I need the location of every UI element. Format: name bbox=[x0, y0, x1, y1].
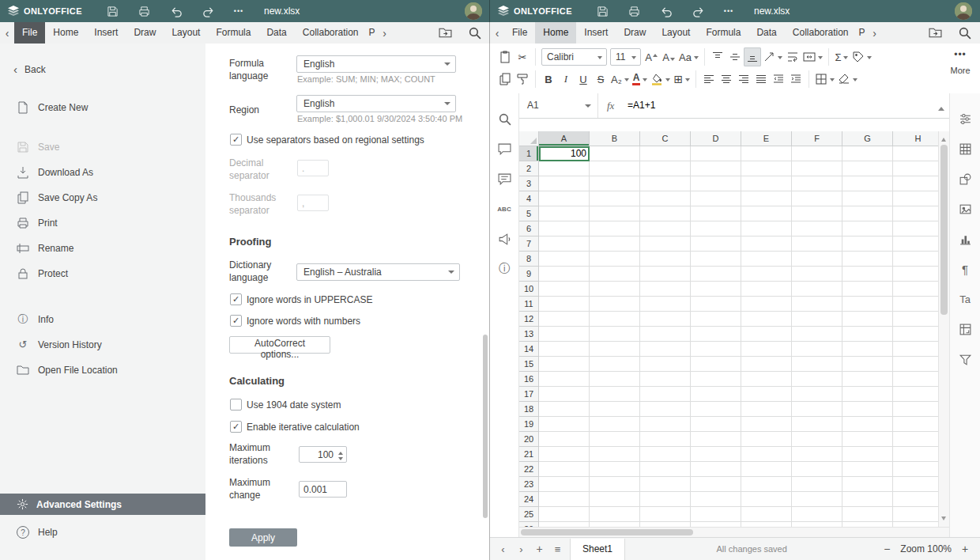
zoom-level[interactable]: Zoom 100% bbox=[900, 543, 952, 554]
spell-checking-button[interactable]: ABC bbox=[490, 194, 518, 224]
cell-F15[interactable] bbox=[792, 357, 842, 372]
align-bottom-button[interactable] bbox=[744, 47, 761, 66]
cell-C22[interactable] bbox=[640, 462, 691, 477]
cell-E9[interactable] bbox=[741, 267, 792, 282]
cell-D10[interactable] bbox=[691, 282, 741, 297]
menu-item-info[interactable]: ⓘInfo bbox=[0, 307, 205, 332]
row-header-1[interactable]: 1 bbox=[519, 146, 539, 161]
cell-H20[interactable] bbox=[893, 432, 944, 447]
cell-C9[interactable] bbox=[640, 267, 691, 282]
cell-G21[interactable] bbox=[842, 447, 893, 462]
column-header-D[interactable]: D bbox=[691, 131, 741, 146]
apply-button[interactable]: Apply bbox=[229, 528, 297, 547]
autocorrect-options-button[interactable]: AutoCorrect options... bbox=[229, 336, 330, 354]
row-header-20[interactable]: 20 bbox=[519, 432, 539, 447]
cell-G23[interactable] bbox=[842, 477, 893, 492]
cell-B16[interactable] bbox=[590, 372, 640, 387]
column-header-F[interactable]: F bbox=[792, 131, 842, 146]
cell-C5[interactable] bbox=[640, 206, 691, 221]
cell-C13[interactable] bbox=[640, 327, 691, 342]
cell-B4[interactable] bbox=[590, 191, 640, 206]
cell-B22[interactable] bbox=[590, 462, 640, 477]
cell-H3[interactable] bbox=[893, 176, 944, 191]
cell-F20[interactable] bbox=[792, 432, 842, 447]
header-more-button[interactable]: ••• bbox=[718, 2, 739, 20]
panel-scrollbar-thumb[interactable] bbox=[483, 335, 488, 518]
cell-G22[interactable] bbox=[842, 462, 893, 477]
cell-A5[interactable] bbox=[539, 206, 590, 221]
menu-item-print[interactable]: Print bbox=[0, 210, 205, 236]
cell-E5[interactable] bbox=[741, 206, 792, 221]
cell-A18[interactable] bbox=[539, 402, 590, 417]
align-top-button[interactable] bbox=[709, 47, 726, 66]
cell-B13[interactable] bbox=[590, 327, 640, 342]
cell-F12[interactable] bbox=[792, 312, 842, 327]
cell-D22[interactable] bbox=[691, 462, 741, 477]
dictionary-language-select[interactable]: English – Australia bbox=[296, 263, 460, 281]
max-change-input[interactable] bbox=[299, 481, 347, 498]
about-button[interactable]: ⓘ bbox=[490, 254, 518, 284]
column-header-G[interactable]: G bbox=[842, 131, 893, 146]
cell-H15[interactable] bbox=[893, 357, 944, 372]
cell-G9[interactable] bbox=[842, 267, 893, 282]
stepper-up-icon[interactable] bbox=[338, 449, 343, 455]
fill-color-button[interactable] bbox=[649, 70, 672, 89]
cell-D12[interactable] bbox=[691, 312, 741, 327]
tabs-scroll-right-icon[interactable]: › bbox=[378, 27, 392, 40]
subscript-button[interactable]: A₂ bbox=[609, 70, 631, 89]
sheet-tab-sheet1[interactable]: Sheet1 bbox=[570, 539, 625, 560]
cell-G24[interactable] bbox=[842, 492, 893, 507]
cell-F14[interactable] bbox=[792, 342, 842, 357]
toolbar-more-button[interactable]: ••• More bbox=[944, 50, 977, 75]
cell-H21[interactable] bbox=[893, 447, 944, 462]
cell-E12[interactable] bbox=[741, 312, 792, 327]
search-button[interactable] bbox=[490, 104, 518, 134]
horizontal-scrollbar-thumb[interactable] bbox=[521, 529, 693, 535]
row-header-23[interactable]: 23 bbox=[519, 477, 539, 492]
menu-item-save-copy-as[interactable]: Save Copy As bbox=[0, 185, 205, 210]
named-ranges-button[interactable] bbox=[850, 47, 873, 66]
paste-button[interactable] bbox=[496, 47, 514, 66]
cell-H14[interactable] bbox=[893, 342, 944, 357]
tab-home[interactable]: Home bbox=[45, 22, 86, 44]
cell-G11[interactable] bbox=[842, 297, 893, 312]
sheet-list-button[interactable]: ≡ bbox=[548, 543, 567, 555]
redo-button[interactable] bbox=[688, 2, 708, 20]
row-header-7[interactable]: 7 bbox=[519, 236, 539, 252]
cell-F13[interactable] bbox=[792, 327, 842, 342]
cell-D19[interactable] bbox=[691, 417, 741, 432]
row-header-9[interactable]: 9 bbox=[519, 267, 539, 282]
cell-G4[interactable] bbox=[842, 191, 893, 206]
cell-D15[interactable] bbox=[691, 357, 741, 372]
cell-D2[interactable] bbox=[691, 161, 741, 176]
underline-button[interactable]: U bbox=[575, 70, 592, 89]
cell-G8[interactable] bbox=[842, 252, 893, 267]
cell-C10[interactable] bbox=[640, 282, 691, 297]
increase-font-button[interactable]: A bbox=[643, 47, 660, 66]
font-color-button[interactable]: A bbox=[631, 70, 650, 89]
cell-D11[interactable] bbox=[691, 297, 741, 312]
tab-data[interactable]: Data bbox=[258, 22, 294, 44]
cell-E13[interactable] bbox=[741, 327, 792, 342]
cell-C19[interactable] bbox=[640, 417, 691, 432]
cell-A11[interactable] bbox=[539, 297, 590, 312]
table-settings-button[interactable] bbox=[950, 134, 980, 164]
cell-A7[interactable] bbox=[539, 236, 590, 252]
cell-E22[interactable] bbox=[741, 462, 792, 477]
clear-button[interactable] bbox=[836, 70, 859, 89]
zoom-in-button[interactable]: + bbox=[956, 543, 974, 555]
wrap-text-button[interactable] bbox=[784, 47, 801, 66]
cell-C20[interactable] bbox=[640, 432, 691, 447]
cell-H22[interactable] bbox=[893, 462, 944, 477]
cell-D23[interactable] bbox=[691, 477, 741, 492]
cell-A21[interactable] bbox=[539, 447, 590, 462]
cell-D9[interactable] bbox=[691, 267, 741, 282]
cell-C24[interactable] bbox=[640, 492, 691, 507]
add-sheet-button[interactable]: + bbox=[530, 543, 548, 555]
cell-E2[interactable] bbox=[741, 161, 792, 176]
cell-F17[interactable] bbox=[792, 387, 842, 402]
use-separators-checkbox[interactable]: ✓ bbox=[230, 134, 242, 146]
cell-E11[interactable] bbox=[741, 297, 792, 312]
cell-F21[interactable] bbox=[792, 447, 842, 462]
search-icon[interactable] bbox=[958, 26, 971, 40]
